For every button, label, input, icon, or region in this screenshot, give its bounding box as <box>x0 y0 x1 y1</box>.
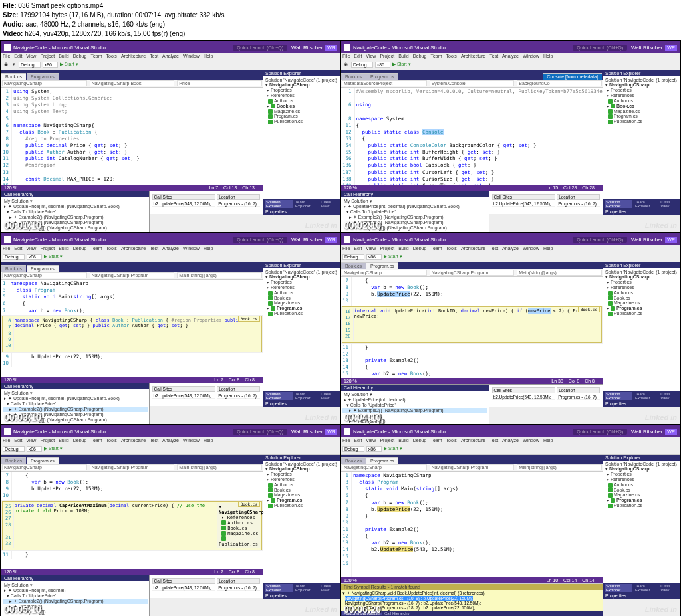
quick-launch[interactable]: Quick Launch (Ctrl+Q) <box>233 45 287 51</box>
titlebar[interactable]: NavigateCode - Microsoft Visual StudioQu… <box>1 41 340 53</box>
menubar[interactable]: FileEditViewProjectBuildDebugTeamToolsAr… <box>1 53 340 59</box>
thumbnail-grid: NavigateCode - Microsoft Visual StudioQu… <box>0 40 681 616</box>
file-info-header: File: 036 Smart peek options.mp4 Size: 1… <box>0 0 681 40</box>
thumb-3: NavigateCode - Microsoft Visual StudioQu… <box>1 233 340 424</box>
code-editor[interactable]: 1 2 3 4 5 6 7 8 9 10 11 12 13 14 15 usin… <box>1 88 263 185</box>
timestamp: 00:01:10 <box>4 220 41 231</box>
thumb-6: NavigateCode - Microsoft Visual StudioQu… <box>341 425 680 616</box>
find-results-header: Find Symbol Results - 1 match found <box>341 584 603 590</box>
thumb-1: NavigateCode - Microsoft Visual StudioQu… <box>1 41 340 232</box>
thumb-4: NavigateCode - Microsoft Visual StudioQu… <box>341 233 680 424</box>
thumb-2: NavigateCode - Microsoft Visual StudioQu… <box>341 41 680 232</box>
vs-icon <box>4 44 11 51</box>
peek-file-list[interactable]: ▾ NavigatingCSharp ▸ References Author.c… <box>217 503 260 548</box>
editor-tabs[interactable]: Book.csProgram.cs <box>1 70 263 80</box>
watermark: Linked in <box>305 221 337 229</box>
solution-explorer[interactable]: Solution Explorer Solution 'NavigateCode… <box>263 70 340 232</box>
thumb-5: NavigateCode - Microsoft Visual StudioQu… <box>1 425 340 616</box>
statusbar: 120 %Ln 7Col 13Ch 13 <box>1 185 263 191</box>
toolbar[interactable]: ◉▾Debugx86▶ Start ▾ <box>1 59 340 70</box>
peek-window[interactable]: Book.cs 6 7 8 9 10 namespace NavigatingC… <box>2 316 262 352</box>
